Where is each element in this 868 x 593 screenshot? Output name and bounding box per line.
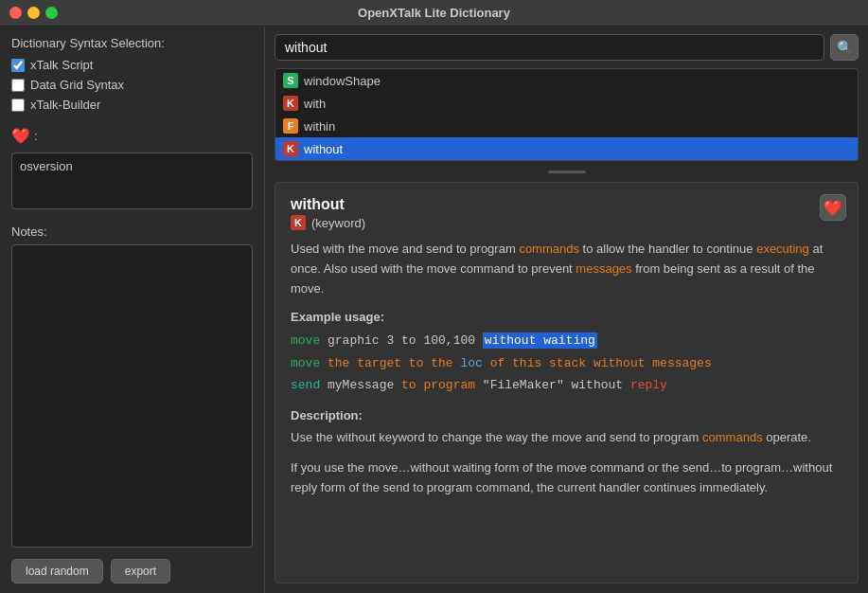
word-icon-k-selected: K [283,141,298,156]
resize-divider[interactable] [275,167,859,176]
code-line-1: move graphic 3 to 100,100 without waitin… [291,330,842,351]
desc-link-executing[interactable]: executing [756,242,809,256]
code-filemaker: "FileMaker" without [475,378,630,392]
left-panel: Dictionary Syntax Selection: xTalk Scrip… [0,27,265,593]
syntax-selection-label: Dictionary Syntax Selection: [11,36,253,50]
code-send: send [291,378,320,392]
close-button[interactable] [9,7,22,19]
word-icon-f: F [283,118,298,134]
desc-title: Description: [291,408,842,422]
checkbox-builder-input[interactable] [11,99,25,112]
detail-word-title: without [291,196,842,213]
window-controls [9,7,58,19]
code-args-1: graphic 3 to 100,100 [320,333,483,348]
word-label: within [304,119,335,134]
search-input[interactable] [275,34,824,61]
detail-type-icon: K [291,215,306,230]
word-label: with [304,97,326,111]
code-line-3: send myMessage to program "FileMaker" wi… [291,374,842,396]
right-panel: 🔍 S windowShape K with F within K withou… [265,27,868,593]
desc-link-messages[interactable]: messages [576,261,631,276]
code-to-program: to program [401,378,475,392]
notes-label: Notes: [11,225,253,239]
word-item-within[interactable]: F within [275,115,858,137]
word-icon-k: K [283,96,298,111]
code-block: move graphic 3 to 100,100 without waitin… [291,330,842,396]
titlebar: OpenXTalk Lite Dictionary [0,0,868,27]
checkbox-xtalk-script[interactable]: xTalk Script [11,58,253,72]
example-title: Example usage: [291,310,842,324]
desc-part1: Used with the move and send to program [291,242,516,256]
detail-description: Used with the move and send to program c… [291,240,842,298]
detail-type-row: K (keyword) [291,215,842,230]
word-label: windowShape [304,74,381,88]
word-item-without[interactable]: K without [275,137,858,160]
detail-panel: ❤️ without K (keyword) Used with the mov… [275,182,859,584]
code-reply: reply [630,378,667,392]
heart-icon: ❤️ [11,127,30,145]
notes-textarea[interactable] [11,244,253,548]
code-move-1: move [291,333,320,348]
code-line-2: move the target to the loc of this stack… [291,352,842,374]
code-loc: loc [460,356,482,370]
heart-area: ❤️ : [11,127,253,145]
desc-part2: to allow the handler to continue [583,242,757,256]
checkbox-xtalk-label: xTalk Script [30,58,93,72]
detail-type-text: (keyword) [311,216,365,230]
divider-line [548,171,586,173]
heart-colon: : [34,129,38,143]
maximize-button[interactable] [45,7,58,19]
code-move-2: move [291,356,320,370]
word-label-selected: without [304,142,343,156]
detail-desc-body: Use the without keyword to change the wa… [291,428,842,448]
main-layout: Dictionary Syntax Selection: xTalk Scrip… [0,27,868,593]
code-args-2b: of this stack without messages [483,356,712,370]
word-list: S windowShape K with F within K without [275,68,859,161]
window-title: OpenXTalk Lite Dictionary [358,6,510,20]
checkbox-xtalk-input[interactable] [11,59,25,72]
detail-desc-para2: If you use the move…without waiting form… [291,458,842,498]
desc-link-commands[interactable]: commands [519,242,579,256]
detail-heart-button[interactable]: ❤️ [820,194,846,221]
code-mymessage: myMessage [320,378,401,392]
code-args-2a: the target to the [320,356,460,370]
osversion-text: osversion [20,159,73,173]
load-random-button[interactable]: load random [11,559,103,584]
checkbox-builder[interactable]: xTalk-Builder [11,98,253,112]
checkbox-datagrid-input[interactable] [11,79,25,92]
syntax-checkboxes: xTalk Script Data Grid Syntax xTalk-Buil… [11,58,253,112]
minimize-button[interactable] [27,7,40,19]
search-bar: 🔍 [265,27,868,68]
checkbox-datagrid-label: Data Grid Syntax [30,78,124,92]
word-item-windowshape[interactable]: S windowShape [275,69,858,92]
word-icon-s: S [283,73,298,88]
search-button[interactable]: 🔍 [830,34,859,61]
checkbox-builder-label: xTalk-Builder [30,98,100,112]
desc-link-commands2[interactable]: commands [702,430,763,444]
osversion-box: osversion [11,153,253,209]
export-button[interactable]: export [111,559,170,584]
left-buttons: load random export [11,559,253,584]
desc-operate: operate. [766,430,811,444]
search-icon: 🔍 [837,40,853,55]
desc-body-text: Use the without keyword to change the wa… [291,430,699,444]
word-item-with[interactable]: K with [275,92,858,115]
checkbox-datagrid[interactable]: Data Grid Syntax [11,78,253,92]
code-highlight-1: without waiting [483,332,597,349]
